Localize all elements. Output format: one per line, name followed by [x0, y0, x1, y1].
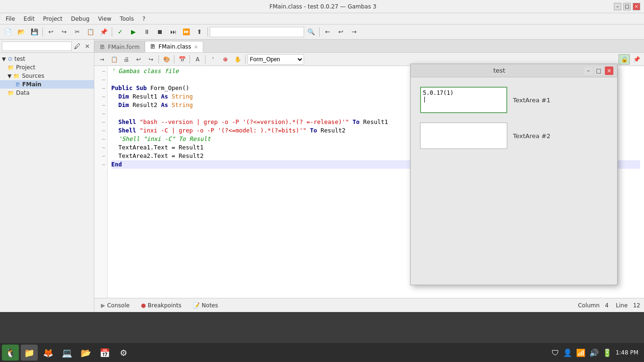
bottom-bar: ▶ Console ● Breakpoints 📝 Notes Column 4…	[94, 298, 644, 312]
minimize-button[interactable]: –	[614, 3, 621, 10]
gutter-4: –	[102, 92, 105, 101]
taskbar-files-btn[interactable]: 📂	[77, 345, 94, 361]
column-label: Column	[578, 302, 600, 309]
gutter-2: –	[102, 75, 105, 84]
breakpoints-icon: ●	[141, 302, 146, 309]
ed-breakpoint-btn[interactable]: ⊕	[220, 54, 231, 65]
notes-icon: 📝	[193, 302, 200, 309]
function-select[interactable]: Form_Open	[248, 54, 304, 65]
breakpoints-tab[interactable]: ● Breakpoints	[138, 301, 184, 310]
ed-copy-btn[interactable]: 📋	[108, 54, 120, 65]
ed-sep4	[205, 55, 206, 64]
user-icon[interactable]: 👤	[563, 348, 572, 357]
shield-icon[interactable]: 🛡	[552, 348, 559, 357]
gutter-7: –	[102, 118, 105, 126]
status-column: Column 4 Line 12	[578, 302, 640, 309]
preview-maximize-btn[interactable]: □	[594, 66, 603, 75]
notes-tab[interactable]: 📝 Notes	[190, 301, 221, 310]
search-icon[interactable]: 🔍	[305, 26, 317, 38]
toolbar-redo-btn[interactable]: ↪	[58, 26, 70, 38]
window-title: FMain.class - test 0.0.27 — Gambas 3	[32, 3, 614, 10]
toolbar-undo-btn[interactable]: ↩	[45, 26, 57, 38]
toolbar-backmore-btn[interactable]: ↩	[335, 26, 347, 38]
toolbar-stop-btn[interactable]: ⏹	[154, 26, 166, 38]
tree-item-fmain[interactable]: 🖹 FMain	[0, 80, 94, 89]
toolbar-back-btn[interactable]: ←	[322, 26, 334, 38]
toolbar-sep4	[319, 27, 320, 37]
tab-class-close[interactable]: ×	[194, 44, 198, 49]
preview-minimize-btn[interactable]: –	[584, 66, 593, 75]
toolbar-search-input[interactable]	[210, 27, 304, 37]
ed-undo-btn[interactable]: ↩	[133, 54, 144, 65]
toolbar-paste-btn[interactable]: 📌	[98, 26, 110, 38]
gutter-8: –	[102, 126, 105, 135]
ed-sep5	[245, 55, 246, 64]
ed-go-btn[interactable]: →	[96, 54, 107, 65]
tree-item-project[interactable]: 📁 Project	[0, 63, 94, 72]
ed-sep1	[158, 55, 159, 64]
menu-tools[interactable]: Tools	[116, 15, 138, 23]
sidebar-search-input[interactable]	[2, 41, 72, 51]
ed-quote-btn[interactable]: '	[207, 54, 219, 65]
textarea2-label: TextArea #2	[513, 132, 551, 140]
tree-label-project: Project	[16, 64, 35, 71]
tree-item-sources[interactable]: ▼ 📁 Sources	[0, 72, 94, 80]
ed-lock-btn[interactable]: 🔒	[619, 54, 630, 65]
taskbar-terminal-btn[interactable]: 💻	[58, 345, 75, 361]
tab-form-label: FMain.form	[108, 44, 140, 50]
ed-font-btn[interactable]: A	[192, 54, 203, 65]
ed-pin-btn[interactable]: 📌	[631, 54, 642, 65]
toolbar-stepin-btn[interactable]: ⏭	[167, 26, 179, 38]
ed-print-btn[interactable]: 🖨	[121, 54, 132, 65]
menu-help[interactable]: ?	[139, 15, 149, 23]
tab-form-icon: 🖹	[99, 44, 105, 50]
maximize-button[interactable]: □	[623, 3, 631, 10]
expand-icon-sources: ▼	[8, 73, 11, 79]
toolbar-new-btn[interactable]: 📄	[2, 26, 14, 38]
toolbar-open-btn[interactable]: 📂	[15, 26, 27, 38]
taskbar-calendar-btn[interactable]: 📅	[96, 345, 113, 361]
textarea2[interactable]	[420, 123, 507, 149]
toolbar-run-btn[interactable]: ▶	[127, 26, 140, 38]
toolbar-pause-btn[interactable]: ⏸	[140, 26, 153, 38]
taskbar-settings-btn[interactable]: ⚙	[115, 345, 132, 361]
toolbar-forward-btn[interactable]: →	[348, 26, 360, 38]
menu-debug[interactable]: Debug	[67, 15, 93, 23]
preview-title: test	[414, 67, 584, 74]
toolbar-copy-btn[interactable]: 📋	[84, 26, 97, 38]
menu-file[interactable]: File	[2, 15, 19, 23]
toolbar-sep2	[112, 27, 112, 37]
preview-close-btn[interactable]: ×	[605, 66, 613, 75]
battery-icon[interactable]: 🔋	[603, 348, 612, 357]
tree-item-data[interactable]: 📁 Data	[0, 89, 94, 97]
ed-hand-btn[interactable]: ✋	[232, 54, 243, 65]
sidebar-action-btn[interactable]: 🖊	[73, 40, 82, 52]
menu-view[interactable]: View	[94, 15, 115, 23]
tab-fmain-class[interactable]: 🖹 FMain.class ×	[145, 41, 203, 52]
wifi-icon[interactable]: 📶	[576, 348, 586, 357]
tab-fmain-form[interactable]: 🖹 FMain.form	[94, 41, 145, 52]
taskbar-filemanager-btn[interactable]: 📁	[21, 345, 38, 361]
menu-edit[interactable]: Edit	[20, 15, 38, 23]
close-button[interactable]: ×	[633, 3, 640, 10]
ed-calendar-btn[interactable]: 📅	[176, 54, 188, 65]
sidebar-toolbar: 🖊 ×	[0, 40, 94, 53]
line-value: 12	[633, 302, 640, 309]
menu-project[interactable]: Project	[39, 15, 66, 23]
toolbar-stepout-btn[interactable]: ⬆	[193, 26, 206, 38]
taskbar-linux-btn[interactable]: 🐧	[2, 345, 19, 361]
taskbar-browser-btn[interactable]: 🦊	[40, 345, 57, 361]
ed-redo-btn[interactable]: ↪	[145, 54, 157, 65]
file-tree: ▼ ⊙ test 📁 Project ▼ 📁 Sources 🖹 FMain 📁…	[0, 53, 94, 312]
sidebar-close-btn[interactable]: ×	[83, 40, 92, 52]
sound-icon[interactable]: 🔊	[589, 348, 599, 357]
console-tab[interactable]: ▶ Console	[98, 301, 132, 310]
tree-item-test[interactable]: ▼ ⊙ test	[0, 55, 94, 63]
toolbar-cut-btn[interactable]: ✂	[71, 26, 83, 38]
ed-color-btn[interactable]: 🎨	[161, 54, 172, 65]
textarea1[interactable]: 5.0.17(1)|	[420, 87, 507, 113]
toolbar-check-btn[interactable]: ✓	[114, 26, 126, 38]
toolbar-stepover-btn[interactable]: ⏩	[180, 26, 192, 38]
toolbar-save-btn[interactable]: 💾	[28, 26, 41, 38]
expand-icon: ▼	[2, 56, 6, 62]
